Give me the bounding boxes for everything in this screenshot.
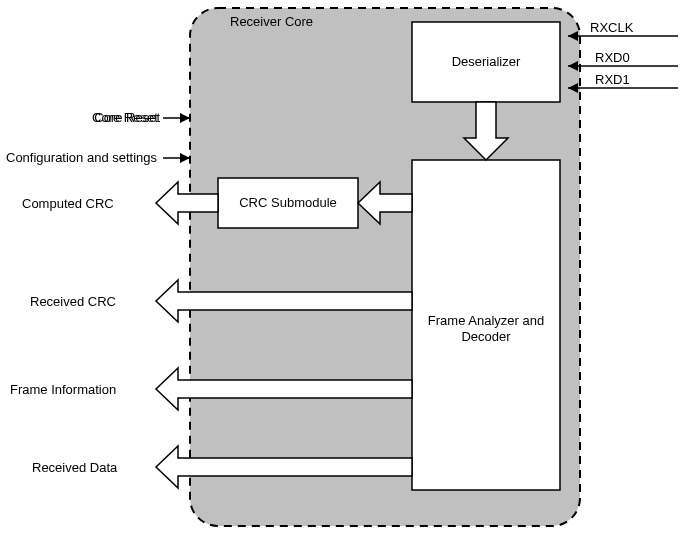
- svg-marker-9: [180, 153, 190, 163]
- input-config: [163, 153, 190, 163]
- computed-crc-label: Computed CRC: [22, 196, 114, 211]
- input-rxclk: RXCLK: [568, 20, 678, 41]
- deserializer-label: Deserializer: [452, 54, 521, 69]
- received-crc-label: Received CRC: [30, 294, 116, 309]
- rxclk-label: RXCLK: [590, 20, 634, 35]
- input-rxd0: RXD0: [568, 50, 678, 71]
- frame-decoder-label-2: Decoder: [461, 329, 511, 344]
- rxd1-label: RXD1: [595, 72, 630, 87]
- frame-decoder-label-1: Frame Analyzer and: [428, 313, 544, 328]
- core-reset-text: Core Reset: [92, 110, 158, 125]
- receiver-core-diagram: Receiver Core Deserializer Frame Analyze…: [0, 0, 681, 534]
- svg-marker-7: [180, 113, 190, 123]
- input-rxd1: RXD1: [568, 72, 678, 93]
- frame-info-label: Frame Information: [10, 382, 116, 397]
- rxd0-label: RXD0: [595, 50, 630, 65]
- config-label: Configuration and settings: [6, 150, 158, 165]
- received-data-label: Received Data: [32, 460, 118, 475]
- core-title: Receiver Core: [230, 14, 313, 29]
- crc-submodule-label: CRC Submodule: [239, 195, 337, 210]
